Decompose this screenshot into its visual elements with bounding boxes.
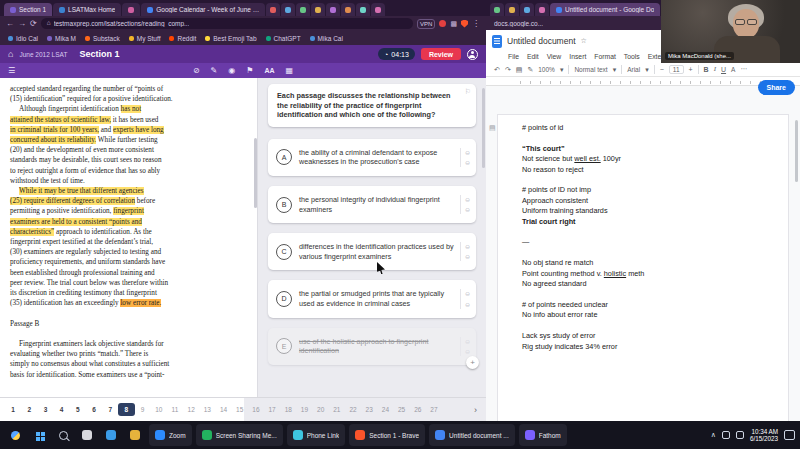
nav-question-25[interactable]: 25	[394, 403, 410, 416]
italic-button[interactable]: I	[714, 65, 716, 73]
menu-tools[interactable]: Tools	[624, 53, 640, 60]
nav-question-11[interactable]: 11	[167, 403, 183, 416]
taskbar-button[interactable]: Phone Link	[287, 424, 346, 446]
option-card-d[interactable]: Dthe partial or smudged prints that are …	[268, 280, 476, 317]
profile-icon[interactable]	[467, 49, 478, 60]
volume-icon[interactable]	[736, 431, 744, 439]
nav-question-15[interactable]: 15	[232, 403, 248, 416]
option-card-e[interactable]: Euse of the holistic approach to fingerp…	[268, 328, 476, 365]
widgets-icon[interactable]	[5, 424, 25, 446]
menu-insert[interactable]: Insert	[569, 53, 586, 60]
paint-format-icon[interactable]: ✎	[527, 66, 533, 73]
undo-icon[interactable]: ↶	[494, 66, 500, 73]
zoom-select[interactable]: 100%	[538, 66, 555, 73]
bookmark-item[interactable]: My Stuff	[129, 35, 161, 42]
menu-file[interactable]: File	[508, 53, 519, 60]
back-icon[interactable]: ←	[6, 20, 14, 28]
font-select[interactable]: Arial	[627, 66, 640, 73]
menu-format[interactable]: Format	[594, 53, 616, 60]
brave-shield-icon[interactable]	[461, 20, 468, 28]
docs-ruler[interactable]	[486, 77, 800, 86]
nav-question-22[interactable]: 22	[345, 403, 361, 416]
passage-scrollbar[interactable]	[254, 138, 257, 208]
option-card-b[interactable]: Bthe personal integrity of individual fi…	[268, 186, 476, 223]
nav-question-10[interactable]: 10	[151, 403, 167, 416]
pinned-app-icon[interactable]	[77, 424, 97, 446]
paragraph-style-select[interactable]: Normal text	[574, 66, 607, 73]
nav-question-12[interactable]: 12	[183, 403, 199, 416]
bookmark-item[interactable]: Idio Cal	[8, 35, 38, 42]
taskbar-button[interactable]: Zoom	[149, 424, 192, 446]
browser-tab-mini[interactable]	[296, 3, 310, 16]
bookmark-item[interactable]: Mika Cal	[310, 35, 343, 42]
search-button[interactable]	[53, 424, 73, 446]
eliminate-icon[interactable]: ⊖	[465, 290, 470, 297]
document-outline-icon[interactable]: ▤	[489, 124, 496, 132]
nav-question-1[interactable]: 1	[5, 403, 21, 416]
eliminate-icon[interactable]: ⊖	[465, 253, 470, 260]
browser-tab-mini[interactable]	[371, 3, 385, 16]
extension-icon[interactable]	[439, 20, 446, 27]
browser-tab[interactable]: Section 1	[4, 3, 52, 16]
forward-icon[interactable]: →	[18, 20, 26, 28]
nav-question-16[interactable]: 16	[248, 403, 264, 416]
eliminate-icon[interactable]: ⊖	[465, 338, 470, 345]
font-size-value[interactable]: 11	[669, 65, 684, 74]
pencil-icon[interactable]: ✎	[211, 67, 218, 75]
browser-tab-mini[interactable]	[535, 3, 549, 16]
nav-question-14[interactable]: 14	[215, 403, 231, 416]
start-button[interactable]	[29, 424, 49, 446]
bold-button[interactable]: B	[704, 66, 709, 73]
grid-icon[interactable]: ▦	[286, 67, 294, 75]
browser-tab[interactable]	[122, 3, 140, 16]
tray-expand-icon[interactable]: ∧	[711, 431, 716, 439]
nav-question-21[interactable]: 21	[329, 403, 345, 416]
underline-button[interactable]: U	[721, 66, 726, 73]
lsat-home-icon[interactable]: ⌂	[8, 50, 13, 59]
font-size-decrease[interactable]: −	[660, 66, 664, 73]
taskbar-clock[interactable]: 10:34 AM 6/15/2023	[750, 428, 778, 443]
taskbar-button[interactable]: Section 1 - Brave	[349, 424, 425, 446]
nav-question-26[interactable]: 26	[410, 403, 426, 416]
nav-question-7[interactable]: 7	[102, 403, 118, 416]
browser-tab-mini[interactable]	[505, 3, 519, 16]
nav-question-9[interactable]: 9	[135, 403, 151, 416]
star-icon[interactable]: ☆	[581, 37, 587, 45]
nav-question-19[interactable]: 19	[296, 403, 312, 416]
flag-icon[interactable]: ⚑	[246, 67, 253, 75]
taskbar-button[interactable]: Screen Sharing Me...	[196, 424, 283, 446]
nav-question-3[interactable]: 3	[37, 403, 53, 416]
question-scrollbar[interactable]	[482, 88, 485, 168]
eliminate-icon[interactable]: ⊖	[465, 206, 470, 213]
nav-next-icon[interactable]: ›	[474, 405, 481, 415]
notification-center-icon[interactable]	[784, 430, 795, 440]
extensions-puzzle-icon[interactable]: ▩	[450, 20, 457, 28]
browser-tab-mini[interactable]	[356, 3, 370, 16]
docs-scrollbar[interactable]	[795, 120, 798, 182]
bookmark-item[interactable]: Reddit	[169, 35, 196, 42]
bookmark-item[interactable]: ChatGPT	[266, 35, 301, 42]
browser-menu-icon[interactable]: ⋮	[472, 20, 480, 28]
eliminate-icon[interactable]: ⊖	[465, 243, 470, 250]
document-page[interactable]: # points of id “This court”Not science b…	[497, 114, 789, 421]
pinned-app-icon[interactable]	[101, 424, 121, 446]
strike-icon[interactable]: ⊘	[193, 67, 200, 75]
share-button[interactable]: Share	[758, 80, 795, 95]
eye-icon[interactable]: ◉	[228, 67, 235, 75]
nav-question-6[interactable]: 6	[86, 403, 102, 416]
eliminate-icon[interactable]: ⊖	[465, 196, 470, 203]
timer[interactable]: ◔ 04:13	[378, 48, 415, 60]
text-size-icon[interactable]: AA	[264, 67, 274, 74]
flag-question-icon[interactable]: ⚐	[465, 88, 471, 96]
passage-panel[interactable]: accepted standard regarding the number o…	[0, 78, 258, 397]
taskbar-button[interactable]: Fathom	[519, 424, 567, 446]
nav-question-20[interactable]: 20	[313, 403, 329, 416]
eliminate-icon[interactable]: ⊖	[465, 348, 470, 355]
browser-tab-mini[interactable]	[490, 3, 504, 16]
nav-question-2[interactable]: 2	[21, 403, 37, 416]
network-icon[interactable]	[722, 431, 730, 439]
browser-tab-mini[interactable]	[281, 3, 295, 16]
menu-view[interactable]: View	[547, 53, 562, 60]
browser-tab-mini[interactable]	[520, 3, 534, 16]
browser-tab-mini[interactable]	[341, 3, 355, 16]
